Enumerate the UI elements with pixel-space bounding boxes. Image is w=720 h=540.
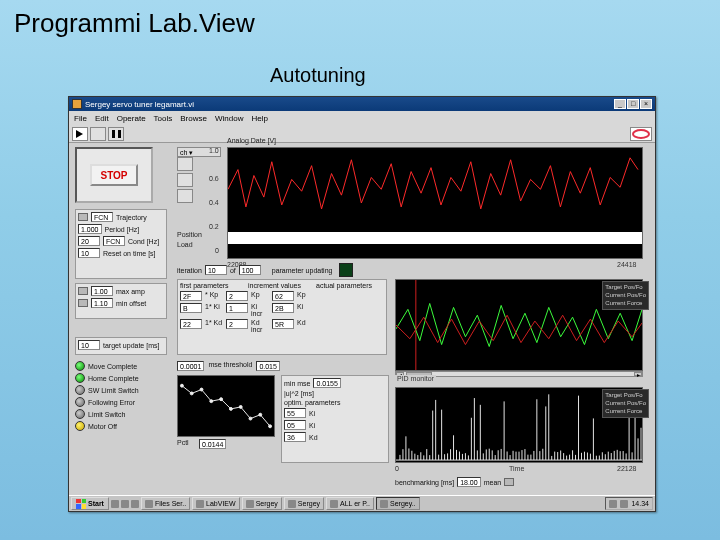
- param-label: Kd: [297, 319, 315, 333]
- scroll-right-icon[interactable]: ▸: [634, 372, 642, 376]
- param-field[interactable]: 2: [226, 291, 248, 301]
- taskbar-item[interactable]: Files Ser..: [141, 497, 190, 510]
- pan-button[interactable]: [177, 173, 193, 187]
- increment-table: first parameters increment values actual…: [177, 279, 387, 355]
- param-field[interactable]: 2: [226, 319, 248, 329]
- menu-browse[interactable]: Browse: [180, 114, 207, 123]
- cond-field[interactable]: 20: [78, 236, 100, 246]
- taskbar-item[interactable]: Sergey..: [376, 497, 420, 510]
- param-field[interactable]: 05: [284, 420, 306, 430]
- col-actual: actual parameters: [316, 282, 384, 289]
- front-panel: STOP FCNTrajectory 1.000Period [Hz] 20FC…: [69, 143, 655, 495]
- menu-window[interactable]: Window: [215, 114, 243, 123]
- quicklaunch-icon[interactable]: [131, 500, 139, 508]
- start-label: Start: [88, 500, 104, 507]
- reset-field[interactable]: 10: [78, 248, 100, 258]
- pause-button[interactable]: [108, 127, 124, 141]
- param-field[interactable]: 1: [226, 303, 248, 313]
- status-led-label: SW Limit Switch: [88, 387, 139, 394]
- taskbar-item[interactable]: LabVIEW: [192, 497, 240, 510]
- status-led: [75, 361, 85, 371]
- fcn1-label: Trajectory: [116, 214, 147, 221]
- pctl-trace: [178, 376, 274, 436]
- param-field[interactable]: 55: [284, 408, 306, 418]
- param-label: Ki: [297, 303, 315, 317]
- iteration-field[interactable]: 10: [205, 265, 227, 275]
- status-led-label: Limit Switch: [88, 411, 125, 418]
- fcn1-field[interactable]: FCN: [91, 212, 113, 222]
- taskbar-item[interactable]: Sergey: [242, 497, 282, 510]
- param-field[interactable]: 2F: [180, 291, 202, 301]
- status-led-row: Motor Off: [75, 421, 175, 431]
- param-field[interactable]: 5R: [272, 319, 294, 329]
- stop-button[interactable]: STOP: [90, 164, 138, 186]
- table-row: 2F* Kp2Kp62Kp: [180, 291, 384, 301]
- status-led-row: Home Complete: [75, 373, 175, 383]
- menu-operate[interactable]: Operate: [117, 114, 146, 123]
- menu-file[interactable]: File: [74, 114, 87, 123]
- taskbar: Start Files Ser..LabVIEWSergeySergeyALL …: [69, 495, 655, 511]
- minmse-field[interactable]: 0.0155: [313, 378, 340, 388]
- param-field[interactable]: 62: [272, 291, 294, 301]
- run-button[interactable]: [72, 127, 88, 141]
- status-led-label: Move Complete: [88, 363, 137, 370]
- fcn2-field[interactable]: FCN: [103, 236, 125, 246]
- svg-point-2: [200, 388, 203, 391]
- svg-point-1: [190, 392, 193, 395]
- param-label: 1* Ki: [205, 303, 223, 317]
- clock: 14.34: [631, 500, 649, 507]
- cond-label: Cond [Hz]: [128, 238, 159, 245]
- param-label: Kd: [309, 434, 318, 441]
- period-field[interactable]: 1.000: [78, 224, 102, 234]
- table-row: 05Ki: [284, 420, 386, 430]
- switch-icon[interactable]: [78, 299, 88, 307]
- run-continuous-button[interactable]: [90, 127, 106, 141]
- switch-icon[interactable]: [78, 213, 88, 221]
- target-label: target update [ms]: [103, 342, 159, 349]
- col-incr: increment values: [248, 282, 316, 289]
- tray-icon[interactable]: [609, 500, 617, 508]
- toolbar: [69, 125, 655, 143]
- target-field[interactable]: 10: [78, 340, 100, 350]
- pctl-chart[interactable]: [177, 375, 275, 437]
- param-field[interactable]: 36: [284, 432, 306, 442]
- quicklaunch-icon[interactable]: [111, 500, 119, 508]
- tray-icon[interactable]: [620, 500, 628, 508]
- zoom-button[interactable]: [177, 157, 193, 171]
- menu-edit[interactable]: Edit: [95, 114, 109, 123]
- table-row: B1* Ki1Ki incr2BKi: [180, 303, 384, 317]
- iteration-max-field[interactable]: 100: [239, 265, 261, 275]
- slide-title: Programmi Lab.View: [14, 8, 255, 39]
- mean-switch[interactable]: [504, 478, 514, 486]
- analog-chart[interactable]: [227, 147, 643, 259]
- legend-item: Current Pos/Fo: [605, 400, 646, 408]
- mse-th-field[interactable]: 0.015: [256, 361, 280, 371]
- mse-field[interactable]: 0.0001: [177, 361, 204, 371]
- cursor-button[interactable]: [177, 189, 193, 203]
- ytick-06: 0.6: [209, 175, 219, 182]
- param-field[interactable]: B: [180, 303, 202, 313]
- close-button[interactable]: ×: [640, 99, 652, 109]
- param-field[interactable]: 2B: [272, 303, 294, 313]
- menu-help[interactable]: Help: [251, 114, 267, 123]
- maxamp-field[interactable]: 1.00: [91, 286, 113, 296]
- bench-label: benchmarking [ms]: [395, 479, 454, 486]
- optim-label: optim. parameters: [284, 399, 386, 406]
- quicklaunch-icon[interactable]: [121, 500, 129, 508]
- minoff-field[interactable]: 1.10: [91, 298, 113, 308]
- status-led-label: Motor Off: [88, 423, 117, 430]
- menu-tools[interactable]: Tools: [154, 114, 173, 123]
- minimize-button[interactable]: _: [614, 99, 626, 109]
- maximize-button[interactable]: □: [627, 99, 639, 109]
- bench-field[interactable]: 18.00: [457, 477, 481, 487]
- ytick-04: 0.4: [209, 199, 219, 206]
- maxamp-label: max amp: [116, 288, 145, 295]
- taskbar-item[interactable]: Sergey: [284, 497, 324, 510]
- param-label: * Kp: [205, 291, 223, 301]
- svg-point-9: [269, 425, 272, 428]
- start-button[interactable]: Start: [71, 497, 109, 510]
- pctl-field[interactable]: 0.0144: [199, 439, 226, 449]
- taskbar-item[interactable]: ALL er P..: [326, 497, 374, 510]
- param-field[interactable]: 22: [180, 319, 202, 329]
- switch-icon[interactable]: [78, 287, 88, 295]
